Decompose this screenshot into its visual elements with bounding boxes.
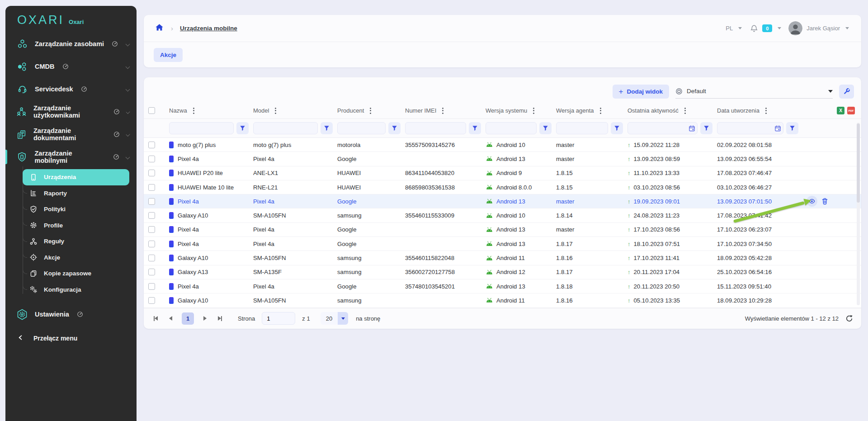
column-header-nazwa[interactable]: Nazwa	[169, 107, 187, 114]
table-row[interactable]: Galaxy A10 SM-A105FN samsung 35546011582…	[144, 251, 861, 265]
calendar-icon[interactable]	[774, 125, 781, 132]
preview-button[interactable]	[807, 196, 817, 207]
row-checkbox[interactable]	[148, 255, 155, 261]
column-header-producent[interactable]: Producent	[337, 107, 364, 114]
sidebar-item-akcje[interactable]: Akcje	[23, 250, 137, 266]
filter-funnel-button[interactable]	[700, 122, 712, 134]
column-menu-icon[interactable]	[274, 107, 277, 115]
row-checkbox[interactable]	[148, 142, 155, 148]
column-header-ostatnia-aktywnosc[interactable]: Ostatnia aktywność	[627, 107, 679, 114]
chevron-down-icon[interactable]	[778, 27, 781, 29]
chevron-down-icon[interactable]	[738, 27, 742, 29]
sidebar-item-servicedesk[interactable]: Servicedesk	[5, 78, 137, 100]
filter-funnel-button[interactable]	[388, 122, 401, 134]
sidebar-item-konfiguracja[interactable]: Konfiguracja	[23, 282, 137, 298]
filter-funnel-button[interactable]	[611, 122, 623, 134]
prev-page-button[interactable]	[167, 314, 174, 322]
user-name[interactable]: Jarek Gąsior	[807, 25, 840, 32]
sidebar-item-urzadzenia[interactable]: Urządzenia	[23, 169, 129, 185]
first-page-button[interactable]	[152, 314, 160, 323]
sidebar-item-ustawienia[interactable]: Ustawienia	[5, 302, 137, 326]
chevron-down-icon[interactable]	[845, 27, 849, 29]
filter-input-wersja-agenta[interactable]	[556, 122, 608, 134]
row-checkbox[interactable]	[148, 269, 155, 275]
filter-input-producent[interactable]	[337, 122, 386, 134]
home-icon[interactable]	[155, 23, 164, 34]
table-row[interactable]: Galaxy A10 SM-A105FN samsung Android 11 …	[144, 293, 861, 307]
column-header-numer-imei[interactable]: Numer IMEI	[405, 107, 436, 114]
view-select[interactable]: Default	[675, 85, 833, 99]
table-row[interactable]: Galaxy A10 SM-A105FN samsung 35546011553…	[144, 208, 861, 222]
filter-funnel-button[interactable]	[321, 122, 333, 134]
row-checkbox[interactable]	[148, 156, 155, 162]
sidebar-item-polityki[interactable]: Polityki	[23, 201, 137, 218]
calendar-icon[interactable]	[689, 125, 695, 132]
column-header-data-utworzenia[interactable]: Data utworzenia	[717, 107, 760, 114]
filter-input-numer-imei[interactable]	[405, 122, 466, 134]
sidebar-item-cmdb[interactable]: CMDB	[5, 55, 137, 78]
column-header-wersja-agenta[interactable]: Wersja agenta	[556, 107, 594, 114]
table-row[interactable]: Galaxy A13 SM-A135F samsung 356002720127…	[144, 265, 861, 279]
current-page-button[interactable]: 1	[182, 312, 194, 325]
column-menu-icon[interactable]	[441, 107, 444, 115]
delete-button[interactable]	[821, 198, 828, 205]
filter-input-nazwa[interactable]	[169, 122, 234, 134]
notification-badge[interactable]: 0	[762, 24, 772, 32]
row-checkbox[interactable]	[148, 170, 155, 176]
akcje-button[interactable]: Akcje	[154, 48, 183, 62]
column-menu-icon[interactable]	[532, 107, 535, 115]
scrollbar-thumb[interactable]	[857, 123, 860, 203]
sidebar-item-profile[interactable]: Profile	[23, 218, 137, 234]
row-checkbox[interactable]	[148, 283, 155, 290]
filter-funnel-button[interactable]	[469, 122, 481, 134]
next-page-button[interactable]	[202, 314, 208, 322]
page-number-input[interactable]	[262, 312, 295, 325]
filter-input-ostatnia-aktywnosc[interactable]	[627, 122, 698, 134]
sidebar-item-kopie-zapasowe[interactable]: Kopie zapasowe	[23, 265, 137, 282]
breadcrumb-link[interactable]: Urządzenia mobilne	[180, 25, 237, 32]
avatar[interactable]	[788, 21, 802, 35]
column-menu-icon[interactable]	[599, 107, 602, 115]
bell-icon[interactable]	[750, 24, 758, 33]
column-header-wersja-systemu[interactable]: Wersja systemu	[486, 107, 527, 114]
table-row[interactable]: moto g(7) plus moto g(7) plus motorola 3…	[144, 138, 861, 152]
filter-input-wersja-systemu[interactable]	[486, 122, 537, 134]
table-settings-button[interactable]	[839, 85, 854, 99]
row-checkbox[interactable]	[148, 198, 155, 205]
filter-input-model[interactable]	[253, 122, 318, 134]
column-menu-icon[interactable]	[684, 107, 687, 115]
column-header-model[interactable]: Model	[253, 107, 269, 114]
add-view-button[interactable]: + Dodaj widok	[613, 85, 669, 99]
export-excel-icon[interactable]: X	[837, 107, 844, 114]
vertical-scrollbar[interactable]	[857, 123, 860, 305]
row-checkbox[interactable]	[148, 212, 155, 219]
table-row[interactable]: Pixel 4a Pixel 4a Google 357480103545201…	[144, 279, 861, 293]
row-checkbox[interactable]	[148, 184, 155, 191]
table-row[interactable]: Pixel 4a Pixel 4a Google Android 13 1.8.…	[144, 237, 861, 251]
row-checkbox[interactable]	[148, 297, 155, 304]
filter-funnel-button[interactable]	[786, 122, 798, 134]
language-selector[interactable]: PL	[726, 25, 733, 32]
sidebar-item-zarzadzanie-uzytkownikami[interactable]: Zarządzanie użytkownikami	[5, 100, 137, 123]
table-row[interactable]: HUAWEI Mate 10 lite RNE-L21 HUAWEI 86859…	[144, 180, 861, 194]
table-row[interactable]: HUAWEI P20 lite ANE-LX1 HUAWEI 863411044…	[144, 166, 861, 180]
table-row[interactable]: Pixel 4a Pixel 4a Google Android 13 mast…	[144, 194, 861, 208]
select-all-checkbox[interactable]	[148, 107, 155, 114]
sidebar-item-reguly[interactable]: Reguły	[23, 233, 137, 250]
last-page-button[interactable]	[216, 314, 224, 323]
filter-funnel-button[interactable]	[236, 122, 249, 134]
filter-input-data-utworzenia[interactable]	[717, 122, 783, 134]
row-checkbox[interactable]	[148, 241, 155, 247]
page-size-select[interactable]: 20	[321, 312, 348, 325]
column-menu-icon[interactable]	[369, 107, 372, 115]
column-menu-icon[interactable]	[192, 107, 195, 115]
column-menu-icon[interactable]	[764, 107, 768, 115]
table-row[interactable]: Pixel 4a Pixel 4a Google Android 13 mast…	[144, 223, 861, 237]
sidebar-item-zarzadzanie-mobilnymi[interactable]: Zarządzanie mobilnymi	[5, 146, 137, 168]
table-row[interactable]: Pixel 4a Pixel 4a Google Android 13 mast…	[144, 152, 861, 166]
sidebar-item-raporty[interactable]: Raporty	[23, 185, 137, 202]
row-checkbox[interactable]	[148, 226, 155, 233]
refresh-icon[interactable]	[845, 315, 853, 322]
toggle-menu-button[interactable]: Przełącz menu	[5, 335, 137, 342]
sidebar-item-zarzadzanie-dokumentami[interactable]: Zarządzanie dokumentami	[5, 123, 137, 146]
